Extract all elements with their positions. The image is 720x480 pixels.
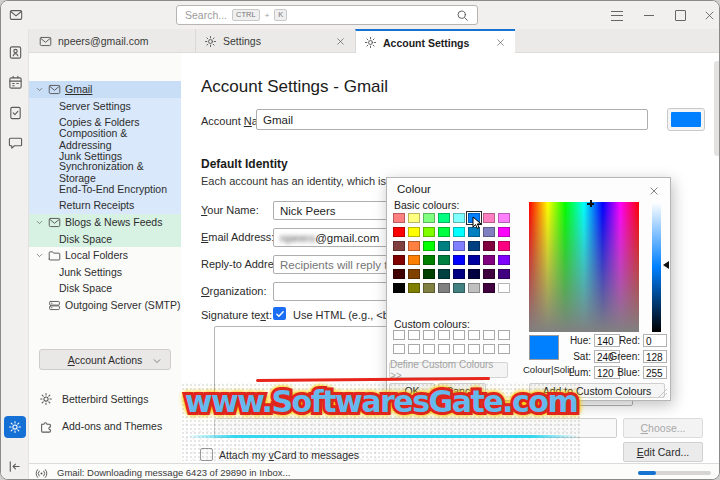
add-to-custom-colours-button[interactable]: Add to Custom Colours — [529, 383, 665, 398]
basic-colour-swatch[interactable] — [393, 241, 405, 251]
hue-sat-marker[interactable] — [587, 200, 594, 207]
basic-colour-swatch[interactable] — [393, 227, 405, 237]
basic-colour-swatch[interactable] — [438, 213, 450, 223]
basic-colour-swatch[interactable] — [393, 255, 405, 265]
basic-colour-swatch[interactable] — [498, 213, 510, 223]
luminance-slider[interactable] — [652, 202, 661, 332]
basic-colour-swatch[interactable] — [498, 269, 510, 279]
custom-colour-swatch-empty[interactable] — [453, 330, 465, 340]
basic-colour-swatch[interactable] — [408, 269, 420, 279]
basic-colour-swatch[interactable] — [423, 255, 435, 265]
basic-colour-swatch[interactable] — [408, 213, 420, 223]
define-custom-colours-button[interactable]: Define Custom Colours >> — [389, 362, 508, 378]
basic-colour-swatch[interactable] — [483, 255, 495, 265]
basic-colour-swatch[interactable] — [423, 227, 435, 237]
sidebar-item[interactable]: Gmail — [29, 81, 181, 98]
tab-settings[interactable]: Settings — [195, 29, 355, 53]
basic-colour-swatch[interactable] — [408, 241, 420, 251]
addons-themes-item[interactable]: Add-ons and Themes — [39, 417, 181, 435]
custom-colour-swatch-empty[interactable] — [393, 330, 405, 340]
collapse-toolbar-icon[interactable] — [7, 459, 22, 474]
custom-colour-swatch-empty[interactable] — [393, 344, 405, 354]
custom-colour-swatch-empty[interactable] — [483, 344, 495, 354]
sidebar-item[interactable]: Disk Space — [29, 280, 181, 297]
sidebar-item[interactable]: Outgoing Server (SMTP) — [29, 297, 181, 314]
basic-colour-swatch[interactable] — [393, 213, 405, 223]
sidebar-item[interactable]: Return Receipts — [29, 197, 181, 214]
custom-colour-swatch-empty[interactable] — [423, 330, 435, 340]
tab-account-settings-active[interactable]: Account Settings — [355, 29, 515, 54]
sidebar-item[interactable]: Composition & Addressing — [29, 131, 181, 148]
basic-colour-swatch[interactable] — [453, 283, 465, 293]
basic-colour-swatch[interactable] — [408, 255, 420, 265]
custom-colour-swatch-empty[interactable] — [468, 344, 480, 354]
custom-colour-swatch-empty[interactable] — [498, 344, 510, 354]
basic-colour-swatch[interactable] — [393, 269, 405, 279]
basic-colour-swatch[interactable] — [423, 241, 435, 251]
custom-colour-swatch-empty[interactable] — [483, 330, 495, 340]
basic-colour-swatch[interactable] — [483, 241, 495, 251]
betterbird-settings-item[interactable]: Betterbird Settings — [39, 390, 181, 408]
custom-colour-swatch-empty[interactable] — [438, 330, 450, 340]
basic-colour-swatch[interactable] — [468, 283, 480, 293]
expander-chevron-icon[interactable] — [35, 85, 48, 94]
sidebar-item[interactable]: Blogs & News Feeds — [29, 214, 181, 231]
basic-colour-swatch[interactable] — [423, 269, 435, 279]
basic-colour-swatch[interactable] — [468, 269, 480, 279]
sidebar-item[interactable]: Local Folders — [29, 247, 181, 264]
basic-colour-swatch[interactable] — [408, 227, 420, 237]
sidebar-item[interactable]: Synchronization & Storage — [29, 164, 181, 181]
settings-space-button-active[interactable] — [4, 416, 26, 438]
minimize-button[interactable] — [641, 9, 657, 22]
edit-card-button[interactable]: Edit Card... — [623, 442, 703, 462]
ok-button[interactable]: OK — [389, 383, 435, 398]
sidebar-item[interactable]: Junk Settings — [29, 264, 181, 281]
basic-colour-swatch[interactable] — [483, 227, 495, 237]
dialog-resize-grip[interactable] — [658, 388, 668, 398]
basic-colour-swatch[interactable] — [498, 241, 510, 251]
calendar-icon[interactable] — [8, 75, 23, 90]
custom-colour-swatch-empty[interactable] — [423, 344, 435, 354]
account-colour-button[interactable] — [667, 108, 705, 131]
basic-colour-swatch[interactable] — [498, 283, 510, 293]
cancel-button[interactable]: Cancel — [438, 383, 486, 398]
basic-colour-swatch[interactable] — [438, 227, 450, 237]
basic-colour-swatch[interactable] — [483, 269, 495, 279]
basic-colour-swatch[interactable] — [498, 227, 510, 237]
attach-vcard-checkbox-unchecked[interactable] — [200, 448, 213, 461]
basic-colour-swatch[interactable] — [423, 283, 435, 293]
basic-colour-swatch[interactable] — [438, 255, 450, 265]
scrollbar-thumb[interactable] — [714, 61, 720, 156]
basic-colour-swatch[interactable] — [483, 283, 495, 293]
custom-colour-swatch-empty[interactable] — [408, 344, 420, 354]
basic-colour-swatch[interactable] — [408, 283, 420, 293]
basic-colour-swatch[interactable] — [453, 213, 465, 223]
basic-colour-swatch[interactable] — [393, 283, 405, 293]
green-input[interactable]: 128 — [643, 350, 667, 363]
use-html-checkbox-checked[interactable] — [273, 307, 286, 320]
red-input[interactable]: 0 — [643, 334, 667, 347]
basic-colour-swatch[interactable] — [498, 255, 510, 265]
dialog-close-button[interactable] — [648, 185, 660, 197]
app-menu-button[interactable] — [609, 9, 625, 22]
custom-colour-swatch-empty[interactable] — [438, 344, 450, 354]
address-book-icon[interactable] — [8, 45, 23, 60]
chat-icon[interactable] — [8, 135, 23, 150]
maximize-button[interactable] — [672, 9, 688, 22]
custom-colour-swatch-empty[interactable] — [408, 330, 420, 340]
basic-colour-swatch[interactable] — [438, 269, 450, 279]
custom-colour-swatch-empty[interactable] — [498, 330, 510, 340]
custom-colour-swatch-empty[interactable] — [453, 344, 465, 354]
basic-colour-swatch[interactable] — [468, 213, 480, 223]
basic-colour-swatch[interactable] — [453, 269, 465, 279]
blue-input[interactable]: 255 — [643, 366, 667, 379]
expander-chevron-icon[interactable] — [35, 251, 48, 260]
basic-colour-swatch[interactable] — [468, 255, 480, 265]
basic-colour-swatch[interactable] — [453, 241, 465, 251]
expander-chevron-icon[interactable] — [35, 218, 48, 227]
basic-colour-swatch[interactable] — [438, 283, 450, 293]
choose-file-button[interactable]: Choose... — [623, 418, 703, 438]
luminance-slider-arrow[interactable] — [663, 261, 669, 269]
custom-colour-swatch-empty[interactable] — [468, 330, 480, 340]
close-window-button[interactable] — [701, 9, 717, 22]
